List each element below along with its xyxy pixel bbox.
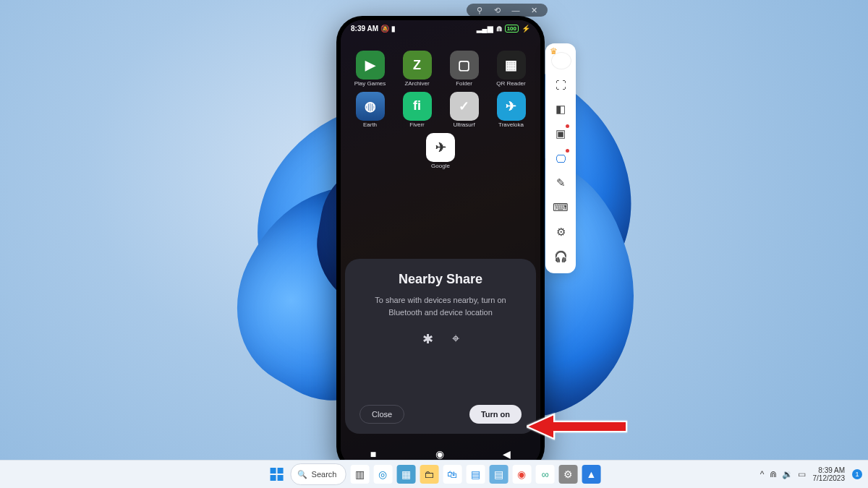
app-fiverr[interactable]: fiFiverr [396,92,439,129]
window-controls: ⚲ ⟲ — ✕ [467,4,548,17]
phone-emulator: 8:39 AM 🔕 ▮ ▂▄▆ ⋒ 100 ⚡ ▶Play GamesZZArc… [336,16,545,473]
taskbar-app3[interactable]: ∞ [535,465,554,484]
search-icon: 🔍 [297,470,307,479]
app-icon: ▶ [356,51,385,80]
brush-icon[interactable]: ✎ [550,172,571,194]
app-zarchiver[interactable]: ZZArchiver [396,51,439,87]
close-icon[interactable]: ✕ [531,7,537,14]
record-icon[interactable]: ▣ [550,123,571,145]
tray-datetime[interactable]: 8:39 AM 7/12/2023 [813,466,846,483]
tray-sound-icon[interactable]: 🔉 [782,469,793,479]
app-icon: ✈ [426,133,455,162]
stream-icon[interactable]: 🖵 [550,147,571,169]
recent-button[interactable]: ■ [370,448,376,460]
home-button[interactable]: ◉ [435,448,444,460]
system-tray: ^ ⋒ 🔉 ▭ 8:39 AM 7/12/2023 1 [760,466,862,483]
app-google[interactable]: ✈Google [419,133,462,170]
app-qr-reader[interactable]: ▦QR Reader [490,51,533,87]
app-folder[interactable]: ▢Folder [443,51,486,87]
battery-left-icon: ▮ [391,25,396,33]
app-icon: ✓ [450,92,479,121]
app-label: Google [431,163,450,170]
app-label: ZArchiver [404,81,429,87]
charge-icon: ⚡ [522,25,530,33]
camera-icon[interactable]: ◧ [550,98,571,120]
taskbar-app4[interactable]: ⚙ [558,465,577,484]
tray-battery-icon[interactable]: ▭ [798,469,806,479]
settings-icon[interactable]: ⚙ [550,221,571,243]
tray-wifi-icon[interactable]: ⋒ [770,469,777,479]
battery-icon: 100 [505,25,519,33]
taskbar-mumu[interactable]: ▲ [582,465,600,484]
search-placeholder: Search [312,470,337,479]
app-grid: ▶Play GamesZZArchiver▢Folder▦QR Reader◍E… [341,51,540,174]
pin-icon[interactable]: ⚲ [477,7,482,14]
app-label: Ultrasurf [453,122,475,129]
bluetooth-icon: ✱ [422,331,433,347]
app-icon: ▦ [497,51,526,80]
mascot-icon[interactable]: ♛ [548,49,573,69]
app-label: Traveloka [498,122,524,129]
app-icon: ✈ [497,92,526,121]
phone-screen: 8:39 AM 🔕 ▮ ▂▄▆ ⋒ 100 ⚡ ▶Play GamesZZArc… [341,20,540,468]
nearby-share-sheet: Nearby Share To share with devices nearb… [345,259,536,434]
phone-navbar: ■ ◉ ◀ [341,440,540,468]
keyboard-icon[interactable]: ⌨ [550,197,571,218]
signal-icon: ▂▄▆ [477,25,493,33]
app-label: QR Reader [496,81,525,87]
location-icon: ⌖ [452,331,459,347]
dnd-icon: 🔕 [380,25,389,33]
back-button[interactable]: ◀ [503,448,511,460]
fullscreen-icon[interactable]: ⛶ [550,74,571,95]
wifi-icon: ⋒ [496,25,502,33]
sheet-description: To share with devices nearby, turn on Bl… [365,294,516,318]
desktop: ⚲ ⟲ — ✕ 8:39 AM 🔕 ▮ ▂▄▆ ⋒ 100 ⚡ ▶Play Ga… [0,0,868,488]
tray-up-icon[interactable]: ^ [760,469,765,479]
app-icon: ◍ [356,92,385,121]
support-icon[interactable]: 🎧 [550,246,571,267]
minimize-icon[interactable]: — [511,7,519,14]
search-box[interactable]: 🔍 Search [291,463,346,485]
app-traveloka[interactable]: ✈Traveloka [490,92,533,129]
app-icon: fi [403,92,432,121]
start-button[interactable] [268,465,286,484]
app-play-games[interactable]: ▶Play Games [349,51,392,87]
notification-badge[interactable]: 1 [852,469,862,479]
status-time: 8:39 AM [351,25,378,33]
app-icon: Z [403,51,432,80]
close-button[interactable]: Close [359,405,404,424]
app-ultrasurf[interactable]: ✓Ultrasurf [443,92,486,129]
app-icon: ▢ [450,51,479,80]
app-label: Play Games [354,81,386,87]
app-label: Fiverr [409,122,424,129]
app-label: Folder [456,81,472,87]
emulator-toolbar: ♛ ⛶◧▣🖵✎⌨⚙🎧 [545,43,576,273]
sheet-title: Nearby Share [355,272,526,287]
status-bar: 8:39 AM 🔕 ▮ ▂▄▆ ⋒ 100 ⚡ [341,20,540,36]
turn-on-button[interactable]: Turn on [469,405,522,424]
refresh-icon[interactable]: ⟲ [494,7,501,14]
app-label: Earth [363,122,377,129]
app-earth[interactable]: ◍Earth [349,92,392,129]
